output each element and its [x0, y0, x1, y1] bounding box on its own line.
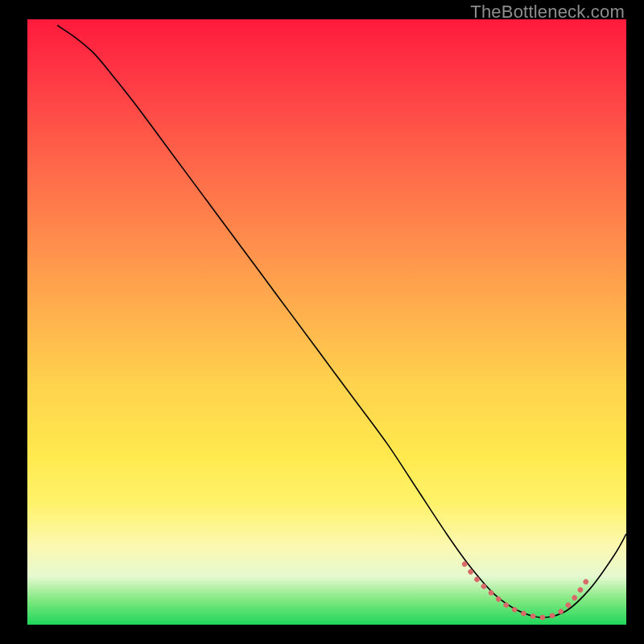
chart-svg	[27, 19, 626, 625]
chart-frame: TheBottleneck.com	[0, 0, 644, 644]
series-optimal-band	[464, 564, 590, 617]
series-bottleneck-curve	[57, 26, 626, 617]
plot-area	[27, 19, 626, 625]
